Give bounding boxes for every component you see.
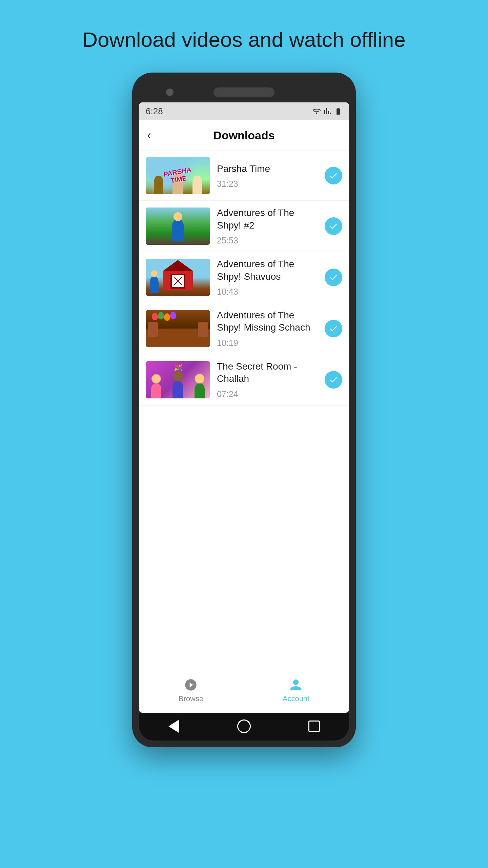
list-item[interactable]: PARSHATIME Parsha Time 31:23 (139, 151, 349, 201)
phone-speaker (214, 87, 274, 97)
list-item[interactable]: 🎉 (139, 354, 349, 406)
video-thumbnail-parsha: PARSHATIME (146, 157, 210, 194)
video-info: Parsha Time 31:23 (217, 163, 318, 189)
wifi-icon (312, 107, 321, 115)
home-nav-button[interactable] (237, 719, 251, 734)
nav-item-account[interactable]: Account (283, 678, 310, 703)
downloaded-check (325, 167, 342, 184)
nav-item-browse[interactable]: Browse (179, 678, 203, 703)
battery-icon (334, 107, 342, 115)
video-duration: 07:24 (217, 389, 318, 399)
video-thumbnail-shpy2 (146, 208, 210, 245)
app-header: ‹ Downloads (139, 120, 349, 151)
video-duration: 10:19 (217, 338, 318, 348)
downloaded-check (325, 320, 342, 337)
phone-top-bar (139, 79, 349, 102)
video-info: Adventures of The Shpy! Missing Schach 1… (217, 309, 318, 348)
nav-label-browse: Browse (179, 694, 203, 703)
page-headline: Download videos and watch offline (82, 27, 406, 52)
back-button[interactable]: ‹ (147, 128, 151, 142)
play-circle-icon (184, 678, 198, 692)
video-list: PARSHATIME Parsha Time 31:23 (139, 151, 349, 538)
recents-nav-button[interactable] (307, 719, 322, 734)
video-thumbnail-missing (146, 310, 210, 347)
video-duration: 31:23 (217, 179, 318, 189)
video-duration: 10:43 (217, 287, 318, 297)
video-info: The Secret Room - Challah 07:24 (217, 360, 318, 399)
list-item[interactable]: Adventures of The Shpy! Missing Schach 1… (139, 303, 349, 354)
bottom-nav: Browse Account (139, 671, 349, 713)
back-nav-button[interactable] (166, 719, 181, 734)
list-item[interactable]: Adventures of The Shpy! Shavuos 10:43 (139, 252, 349, 303)
video-thumbnail-shavuos (146, 259, 210, 296)
phone-camera (166, 88, 174, 96)
phone-device: 6:28 ‹ Downloads (132, 73, 356, 747)
list-item[interactable]: Adventures of The Shpy! #2 25:53 (139, 201, 349, 252)
downloaded-check (325, 269, 342, 286)
downloaded-check (325, 371, 342, 389)
status-icons (312, 107, 342, 115)
video-duration: 25:53 (217, 236, 318, 245)
video-title: The Secret Room - Challah (217, 360, 318, 385)
account-icon (289, 678, 303, 692)
status-bar: 6:28 (139, 102, 349, 120)
video-thumbnail-secret: 🎉 (146, 361, 210, 398)
nav-label-account: Account (283, 694, 310, 703)
video-title: Adventures of The Shpy! Missing Schach (217, 309, 318, 334)
video-info: Adventures of The Shpy! Shavuos 10:43 (217, 258, 318, 297)
video-title: Parsha Time (217, 163, 318, 175)
video-title: Adventures of The Shpy! #2 (217, 207, 318, 232)
phone-bottom-bar (139, 713, 349, 741)
page-title: Downloads (213, 129, 274, 142)
video-info: Adventures of The Shpy! #2 25:53 (217, 207, 318, 245)
phone-screen: 6:28 ‹ Downloads (139, 102, 349, 713)
video-title: Adventures of The Shpy! Shavuos (217, 258, 318, 283)
downloaded-check (325, 217, 342, 235)
signal-icon (323, 107, 331, 115)
status-time: 6:28 (146, 106, 163, 117)
